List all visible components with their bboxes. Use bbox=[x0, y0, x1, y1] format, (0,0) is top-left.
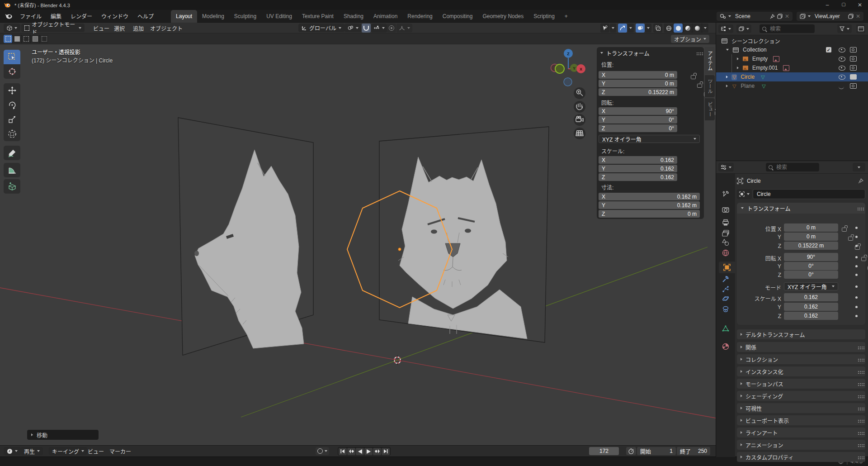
section-shading[interactable]: シェーディング bbox=[737, 391, 865, 401]
tab-output-icon[interactable] bbox=[722, 219, 729, 226]
lock-icon[interactable] bbox=[861, 257, 866, 261]
pan-button[interactable] bbox=[574, 101, 585, 113]
start-frame-field[interactable]: 開始 1 bbox=[637, 447, 676, 455]
tab-world-icon[interactable] bbox=[722, 249, 729, 257]
overlays-dropdown[interactable] bbox=[645, 24, 651, 33]
perspective-toggle-button[interactable] bbox=[574, 128, 585, 139]
outliner-search-input[interactable] bbox=[769, 25, 807, 33]
new-scene-icon[interactable] bbox=[777, 14, 783, 19]
add-workspace-button[interactable]: + bbox=[560, 10, 573, 23]
timeline-editor-type-button[interactable] bbox=[4, 447, 21, 455]
animate-dot[interactable] bbox=[855, 285, 858, 288]
close-button[interactable]: ✕ bbox=[852, 2, 868, 8]
tool-cursor[interactable] bbox=[4, 64, 20, 79]
scene-selector[interactable]: Scene ✕ bbox=[717, 12, 793, 21]
end-frame-field[interactable]: 終了 250 bbox=[677, 447, 710, 455]
collection-checkbox[interactable]: ✓ bbox=[826, 47, 831, 52]
section-delta-transform[interactable]: デルタトランスフォーム bbox=[737, 329, 865, 339]
tool-add-primitive[interactable] bbox=[4, 179, 20, 194]
shading-solid-button[interactable] bbox=[674, 24, 683, 33]
hide-eye-icon[interactable] bbox=[839, 66, 845, 71]
tab-data-icon[interactable] bbox=[722, 325, 729, 332]
dimension-x-field[interactable]: X0.162 m bbox=[599, 193, 700, 200]
sidebar-tab-item[interactable]: アイテム bbox=[705, 47, 715, 74]
auto-key-record-icon[interactable] bbox=[317, 448, 323, 454]
properties-editor-type-button[interactable] bbox=[718, 163, 734, 171]
select-intersect-button[interactable] bbox=[40, 35, 48, 43]
tool-measure[interactable] bbox=[4, 163, 20, 177]
blender-menu-icon[interactable] bbox=[5, 13, 13, 19]
view-layer-selector[interactable]: ViewLayer ✕ bbox=[797, 12, 863, 21]
location-y-field[interactable]: Y0 m bbox=[599, 80, 677, 87]
select-subtract-button[interactable] bbox=[22, 35, 30, 43]
play-reverse-button[interactable] bbox=[356, 448, 364, 455]
chevron-down-icon[interactable] bbox=[325, 450, 327, 452]
next-keyframe-button[interactable] bbox=[373, 448, 381, 455]
collapse-icon[interactable] bbox=[741, 207, 744, 209]
expand-chevron-icon[interactable] bbox=[726, 49, 729, 51]
collapse-icon[interactable] bbox=[600, 52, 603, 54]
animate-dot[interactable] bbox=[855, 236, 858, 238]
workspace-tab-shading[interactable]: Shading bbox=[339, 10, 368, 23]
render-camera-icon[interactable] bbox=[850, 83, 857, 89]
shading-wireframe-button[interactable] bbox=[664, 24, 673, 33]
rotation-y-field[interactable]: Y0° bbox=[599, 116, 677, 124]
pivot-point-dropdown[interactable] bbox=[344, 24, 362, 32]
menu-window[interactable]: ウィンドウ bbox=[97, 10, 133, 22]
tab-constraints-icon[interactable] bbox=[722, 306, 729, 313]
properties-options-button[interactable] bbox=[853, 163, 865, 171]
prop-scale-z[interactable]: 0.162 bbox=[784, 312, 838, 320]
properties-search-input[interactable] bbox=[775, 164, 811, 171]
section-relations[interactable]: 関係 bbox=[737, 342, 865, 352]
maximize-button[interactable]: ▢ bbox=[835, 2, 852, 8]
outliner-row-collection[interactable]: Collection ✓ bbox=[716, 45, 868, 54]
current-frame-field[interactable]: 172 bbox=[589, 447, 619, 455]
tool-select-box[interactable] bbox=[4, 50, 20, 64]
outliner-row-scene-collection[interactable]: シーンコレクション bbox=[716, 36, 868, 45]
show-gizmo-toggle[interactable] bbox=[618, 24, 627, 33]
lock-icon[interactable] bbox=[848, 237, 853, 241]
workspace-tab-scripting[interactable]: Scripting bbox=[528, 10, 560, 23]
gizmo-axis-y[interactable] bbox=[555, 64, 564, 73]
options-dropdown[interactable]: オプション bbox=[671, 35, 709, 43]
tab-scene-icon[interactable] bbox=[722, 239, 729, 246]
workspace-tab-modeling[interactable]: Modeling bbox=[197, 10, 229, 23]
location-z-field[interactable]: Z0.15222 m bbox=[599, 88, 677, 96]
prop-rotation-y[interactable]: 0° bbox=[784, 262, 838, 270]
hidden-eye-icon[interactable] bbox=[839, 86, 844, 89]
expand-chevron-icon[interactable] bbox=[737, 57, 739, 60]
hide-eye-icon[interactable] bbox=[839, 48, 845, 52]
section-line-art[interactable]: ラインアート bbox=[737, 428, 865, 437]
prop-rotation-z[interactable]: 0° bbox=[784, 271, 838, 279]
delete-view-layer-icon[interactable]: ✕ bbox=[856, 13, 860, 19]
prop-scale-y[interactable]: 0.162 bbox=[784, 303, 838, 311]
new-collection-button[interactable] bbox=[856, 24, 865, 33]
workspace-tab-texture-paint[interactable]: Texture Paint bbox=[297, 10, 339, 23]
outliner-row-circle[interactable]: ▽ Circle ▽ bbox=[716, 72, 868, 81]
keying-dropdown[interactable]: キーイング bbox=[49, 447, 87, 455]
prop-rotation-x[interactable]: 90° bbox=[784, 253, 838, 261]
rotation-z-field[interactable]: Z0° bbox=[599, 124, 677, 132]
navigation-gizmo[interactable]: Y X Z bbox=[551, 49, 586, 86]
snap-to-dropdown[interactable] bbox=[371, 24, 387, 33]
outliner-row-plane[interactable]: ▽ Plane ▽ bbox=[716, 81, 868, 90]
workspace-tab-layout[interactable]: Layout bbox=[171, 10, 197, 23]
dimension-z-field[interactable]: Z0 m bbox=[599, 210, 700, 218]
section-viewport-display[interactable]: ビューポート表示 bbox=[737, 415, 865, 425]
section-instancing[interactable]: インスタンス化 bbox=[737, 366, 865, 376]
jump-to-start-button[interactable] bbox=[339, 448, 347, 455]
tab-material-icon[interactable] bbox=[722, 343, 729, 350]
expand-chevron-icon[interactable] bbox=[737, 67, 739, 69]
editor-type-button[interactable] bbox=[4, 24, 20, 32]
prop-scale-x[interactable]: 0.162 bbox=[784, 293, 838, 301]
outliner-display-mode-button[interactable] bbox=[736, 24, 751, 33]
mode-dropdown[interactable]: オブジェクトモード bbox=[21, 24, 85, 32]
tab-tool-icon[interactable] bbox=[722, 190, 729, 198]
outliner-row-empty[interactable]: Empty bbox=[716, 54, 868, 63]
lock-icon[interactable] bbox=[842, 228, 847, 232]
hide-eye-icon[interactable] bbox=[839, 57, 845, 62]
hide-eye-icon[interactable] bbox=[839, 75, 845, 80]
rotation-mode-dropdown[interactable]: XYZ オイラー角 bbox=[784, 282, 838, 290]
play-button[interactable] bbox=[364, 448, 373, 455]
reference-plane-side[interactable] bbox=[178, 118, 313, 355]
